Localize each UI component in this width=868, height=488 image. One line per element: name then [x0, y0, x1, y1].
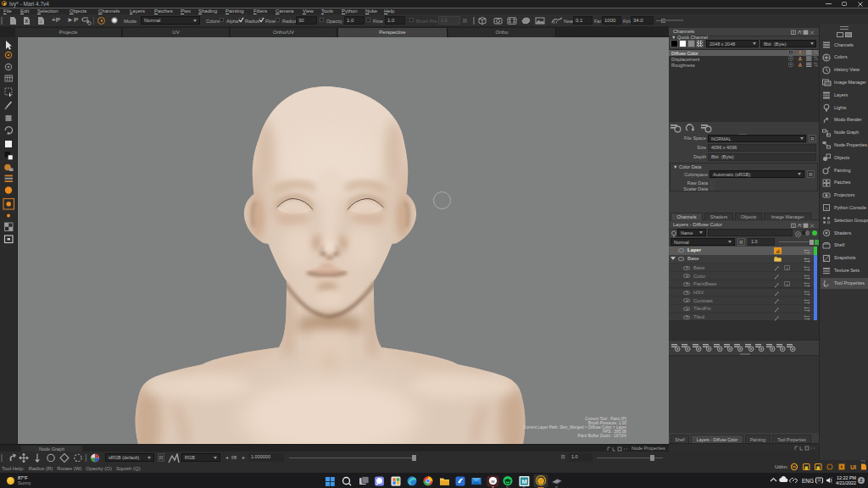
svg-text:ENG: ENG	[802, 478, 814, 484]
svg-text:UI: UI	[850, 464, 856, 470]
svg-text:M: M	[521, 478, 526, 485]
svg-text:w: w	[490, 479, 495, 484]
svg-text:>: >	[825, 206, 828, 211]
